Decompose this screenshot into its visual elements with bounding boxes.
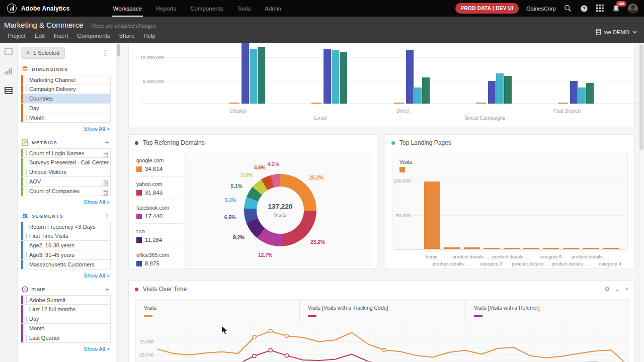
bar-group-email[interactable] [311,49,347,104]
nav-item-reports[interactable]: Reports [149,0,183,17]
project-menu-share[interactable]: Share [116,32,138,40]
selected-filter-chip[interactable]: × 1 Selected [21,47,65,59]
help-icon[interactable]: ? [580,4,588,13]
bar-category-4[interactable] [603,248,619,249]
component-item[interactable]: Age2: 16-30 years [21,241,111,250]
line-legend-0[interactable]: Visits [136,300,299,322]
nav-item-workspace[interactable]: Workspace [106,0,149,17]
adobe-analytics-logo[interactable]: Adobe Analytics [7,4,70,13]
visualizations-icon[interactable] [5,67,13,76]
component-label: First Time Visits [29,233,68,239]
data-point-marker[interactable] [269,348,272,352]
add-time-icon[interactable]: + [104,286,111,293]
marketing-channel-bar-chart[interactable]: 5,000,00010,000,000DisplayEmailDirectSoc… [136,43,643,127]
bar-product-details-[interactable] [563,248,579,249]
component-item[interactable]: Countries [21,94,111,104]
bar-category-5[interactable] [543,248,559,249]
bar-product-details-[interactable] [444,247,460,249]
referring-domain-row[interactable]: google.com34,614 [135,153,183,176]
sidebar-scrollbar[interactable] [116,43,121,362]
visits-line-plot[interactable] [157,322,627,362]
top-app-bar: Adobe Analytics WorkspaceReportsComponen… [0,0,644,17]
search-icon[interactable] [564,4,572,13]
add-segments-icon[interactable]: + [104,212,111,219]
referring-domain-row[interactable]: office365.com8,875 [135,247,183,266]
sidebar-scrollbar-thumb[interactable] [117,44,120,56]
legend-series-name: Visits [Visits with a Referrer] [474,305,629,311]
app-grid-icon[interactable] [596,4,604,13]
show-all-link[interactable]: Show All > [21,126,110,132]
referring-domain-row[interactable]: t.co11,284 [135,224,183,247]
bar-product-details-[interactable] [583,248,599,249]
panel-collapse-chevron-icon[interactable]: ⌄ [615,286,620,293]
add-metrics-icon[interactable]: + [104,139,111,146]
nav-item-tools[interactable]: Tools [230,0,258,17]
nav-item-admin[interactable]: Admin [258,0,288,17]
data-point-marker[interactable] [382,348,386,352]
data-point-marker[interactable] [269,329,272,333]
report-suite-selector[interactable]: we.DEMO [596,29,637,35]
main-scrollbar[interactable] [638,43,644,362]
components-table-icon[interactable] [5,87,13,96]
component-item[interactable]: Return Frequency <3 Days [21,222,111,231]
visits-over-time-chart[interactable]: VisitsVisits [Visits with a Tracking Cod… [135,299,629,362]
project-menu-components[interactable]: Components [73,32,113,40]
project-menu-edit[interactable]: Edit [31,32,48,40]
bar-product-details-[interactable] [504,248,520,249]
show-all-link[interactable]: Show All > [21,273,110,279]
component-item[interactable]: Unique Visitors [21,167,111,177]
bar-product-details-[interactable] [464,247,480,249]
data-point-marker[interactable] [253,354,256,358]
main-scrollbar-thumb[interactable] [639,44,643,150]
bar-home[interactable] [424,182,440,249]
component-item[interactable]: Month [21,324,111,333]
environment-button[interactable]: PROD DATA | DEV UI [455,3,519,14]
component-item[interactable]: Day [21,314,111,324]
component-item[interactable]: Last Quarter [21,333,111,343]
bar-group-social-campaigns[interactable] [476,73,512,104]
notifications-bell-icon[interactable]: 165 [612,4,620,13]
component-item[interactable]: Surveys Presented - Call Center [21,158,111,167]
component-item[interactable]: Day [21,104,111,113]
panel-settings-gear-icon[interactable]: ⚙ [604,286,610,293]
data-point-marker[interactable] [253,335,256,339]
component-item[interactable]: Age3: 31-45 years [21,250,111,260]
component-item[interactable]: Count of Login Names [21,148,111,158]
bar-group-direct[interactable] [394,50,430,104]
bar-group-display[interactable] [229,43,265,104]
bar-product-details-[interactable] [523,248,539,249]
show-all-link[interactable]: Show All > [21,199,110,205]
landing-pages-chart[interactable]: Visits 50,000100,000 [392,153,628,251]
nav-item-components[interactable]: Components [183,0,230,17]
line-legend-1[interactable]: Visits [Visits with a Tracking Code] [299,300,465,322]
component-item[interactable]: Campaign Delivery [21,84,111,94]
project-menu-insert[interactable]: Insert [50,32,72,40]
domain-value-row: 11,284 [136,237,182,243]
user-avatar[interactable] [628,4,638,14]
referring-domain-row[interactable]: facebook.com17,440 [135,200,183,224]
project-menu-project[interactable]: Project [4,32,29,40]
data-point-marker[interactable] [285,354,288,357]
line-legend-2[interactable]: Visits [Visits with a Referrer] [465,300,629,322]
component-item[interactable]: Count of Companies [21,187,111,196]
component-item[interactable]: Adobe Summit [21,295,111,305]
bar-group-paid-search[interactable] [558,81,594,104]
data-point-marker[interactable] [285,334,288,338]
component-item[interactable]: Last 12 full months [21,305,111,314]
domain-name: facebook.com [136,205,182,211]
project-menu-help[interactable]: Help [140,32,159,40]
panel-close-icon[interactable]: × [625,286,628,293]
sidebar-more-menu-icon[interactable]: ⋮ [100,49,111,57]
referring-domain-row[interactable]: yahoo.com31,843 [135,176,183,200]
line-series [157,331,627,362]
bar-category-3[interactable] [484,248,500,249]
show-all-link[interactable]: Show All > [21,346,110,352]
component-item[interactable]: Marketing Channel [21,75,111,84]
component-item[interactable]: Month [21,113,111,123]
component-item[interactable]: Massachusetts Customers [21,260,111,269]
component-item[interactable]: AOV [21,177,111,187]
component-accent-bar [21,260,23,269]
clear-selection-icon[interactable]: × [26,49,30,56]
component-item[interactable]: First Time Visits [21,231,111,241]
panels-icon[interactable] [5,48,13,56]
